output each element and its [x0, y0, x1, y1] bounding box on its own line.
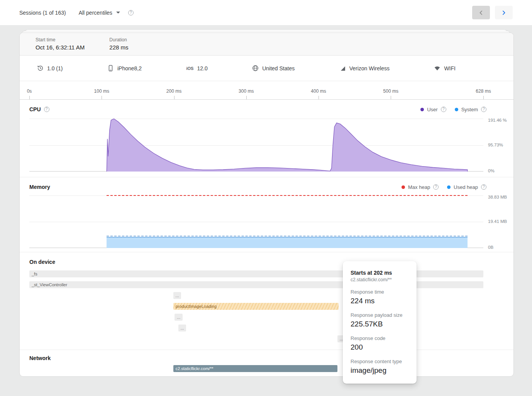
memory-legend: Max heap Used heap [402, 184, 486, 190]
globe-icon [252, 65, 259, 71]
timeline-tick-mark [246, 96, 247, 99]
timeline-tick-mark [319, 96, 319, 99]
previous-session-button[interactable] [472, 6, 490, 19]
memory-axis-zero: 0B [488, 245, 507, 250]
percentiles-dropdown[interactable]: All percentiles [79, 10, 120, 16]
os-version-value: 12.0 [197, 65, 207, 71]
used-heap-legend-dot [447, 185, 451, 189]
app-version-value: 1.0 (1) [47, 65, 63, 71]
os-version-item: iOS 12.0 [186, 65, 207, 71]
legend-item-user: User [420, 107, 446, 112]
memory-chart: 38.83 MB 19.41 MB 0B [29, 195, 483, 248]
app-version-item: 1.0 (1) [37, 65, 63, 71]
help-icon[interactable] [481, 107, 486, 112]
help-icon[interactable] [441, 107, 446, 112]
tooltip-field-value: 200 [351, 342, 409, 352]
memory-section: Memory Max heap Used heap [20, 177, 513, 252]
on-device-header: On device [20, 252, 513, 269]
session-card: Start time Oct 16, 6:32:11 AM Duration 2… [19, 32, 514, 377]
tooltip-field-label: Response content type [351, 359, 409, 364]
trace-bar-[interactable]: ... [175, 314, 183, 321]
tooltip-field-label: Response code [351, 335, 409, 341]
timeline-tick-mark [174, 96, 175, 99]
ios-icon: iOS [186, 66, 193, 71]
used-heap-bar[interactable] [107, 237, 467, 248]
start-time-block: Start time Oct 16, 6:32:11 AM [36, 37, 85, 55]
memory-title: Memory [29, 184, 50, 190]
network-header: Network [20, 350, 513, 361]
memory-axis-mid: 19.41 MB [488, 219, 507, 224]
device-attributes-row: 1.0 (1) iPhone8,2 iOS 12.0 United S [20, 56, 513, 81]
trace-bar-c2-staticflickr-com[interactable]: c2.staticflickr.com/** [173, 365, 337, 372]
timeline-tick-label: 400 ms [311, 88, 326, 94]
trace-bar-[interactable]: ... [173, 292, 181, 299]
trace-bar-[interactable]: ... [178, 325, 186, 331]
legend-item-system: System [455, 107, 486, 112]
used-heap-dash-line [107, 236, 467, 236]
legend-item-max-heap: Max heap [402, 184, 439, 190]
request-tooltip: Starts at 202 ms c2.staticflickr.com/** … [343, 261, 417, 384]
on-device-section: On device _fs_st_ViewController...produc… [20, 252, 513, 350]
used-heap-legend-label: Used heap [454, 184, 478, 190]
duration-block: Duration 228 ms [109, 37, 128, 55]
cpu-axis-mid: 95.73% [488, 142, 507, 148]
tooltip-fields: Response time224 msResponse payload size… [351, 289, 409, 375]
start-time-value: Oct 16, 6:32:11 AM [36, 44, 85, 51]
duration-label: Duration [109, 37, 128, 42]
tooltip-subtitle: c2.staticflickr.com/** [351, 277, 409, 282]
country-item: United States [252, 65, 295, 71]
cpu-header: CPU User System [20, 100, 513, 112]
timeline-tick-label: 500 ms [383, 88, 398, 94]
network-title: Network [29, 355, 51, 361]
help-icon[interactable] [44, 107, 49, 112]
chevron-left-icon [477, 9, 485, 17]
memory-header: Memory Max heap Used heap [20, 177, 513, 190]
session-nav [472, 6, 513, 19]
trace-bar-productimageloading[interactable]: productImageLoading [173, 303, 339, 310]
tooltip-field-value: 224 ms [351, 296, 409, 306]
network-section: Network c2.staticflickr.com/** [20, 350, 513, 377]
tooltip-field-label: Response payload size [351, 312, 409, 318]
cpu-section: CPU User System [20, 100, 513, 177]
device-model-value: iPhone8,2 [117, 65, 142, 71]
help-icon[interactable] [128, 10, 134, 15]
timeline-ruler: 0s100 ms200 ms300 ms400 ms500 ms628 ms [20, 81, 513, 100]
cpu-chart-svg [29, 119, 483, 172]
wifi-icon [434, 65, 441, 71]
app-version-icon [37, 65, 44, 71]
timeline-tick-label: 628 ms [476, 88, 491, 94]
country-value: United States [262, 65, 295, 71]
cpu-legend: User System [420, 107, 486, 112]
gridline [29, 222, 483, 222]
radio-item: WIFI [434, 65, 456, 71]
timeline-tick-mark [391, 96, 391, 99]
tooltip-field-label: Response time [351, 289, 409, 295]
percentiles-value: All percentiles [79, 10, 112, 16]
phone-icon [107, 65, 114, 71]
system-legend-label: System [461, 107, 478, 112]
chevron-down-icon [116, 12, 120, 14]
carrier-value: Verizon Wireless [349, 65, 390, 71]
legend-item-used-heap: Used heap [447, 184, 486, 190]
on-device-title: On device [29, 259, 55, 265]
help-icon[interactable] [433, 184, 439, 190]
radio-value: WIFI [444, 65, 456, 71]
timeline-tick-mark [29, 96, 30, 99]
timeline-tick-label: 100 ms [94, 88, 109, 94]
timeline-tick-mark [102, 96, 102, 99]
timeline-plot: 0s100 ms200 ms300 ms400 ms500 ms628 ms [29, 81, 483, 99]
cpu-axis-max: 191.46 % [488, 117, 507, 123]
cpu-axis-zero: 0% [488, 168, 507, 174]
signal-icon [339, 65, 346, 71]
session-summary: Start time Oct 16, 6:32:11 AM Duration 2… [20, 33, 513, 56]
tooltip-field-value: 225.57KB [351, 319, 409, 329]
timeline-tick-label: 0s [27, 88, 32, 94]
tooltip-title: Starts at 202 ms [351, 270, 409, 276]
max-heap-legend-dot [402, 185, 405, 189]
duration-value: 228 ms [109, 44, 128, 51]
help-icon[interactable] [481, 184, 486, 190]
next-session-button[interactable] [495, 6, 513, 19]
timeline-tick-label: 300 ms [239, 88, 254, 94]
cpu-area [107, 119, 467, 172]
chevron-right-icon [500, 9, 508, 17]
